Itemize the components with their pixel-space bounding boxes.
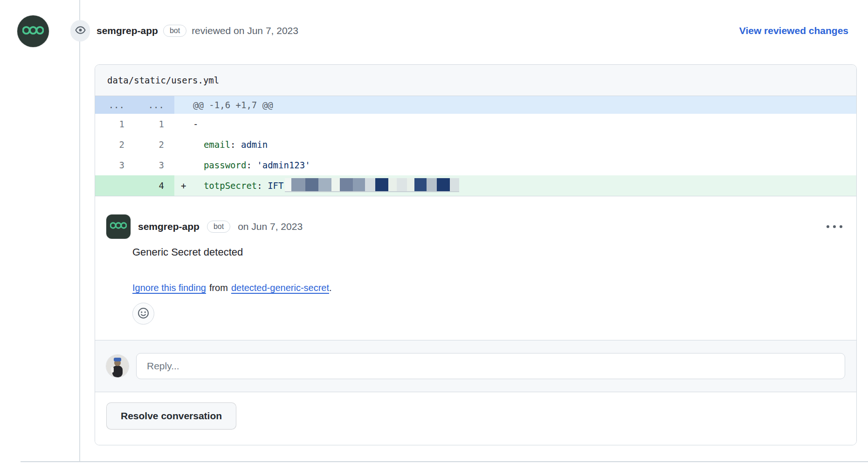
resolve-conversation-button[interactable]: Resolve conversation (106, 402, 236, 429)
comment-author-link[interactable]: semgrep-app (138, 221, 200, 232)
diff-code-cell: email: admin (174, 134, 856, 155)
semgrep-rings-logo (110, 221, 127, 232)
user-photo-avatar (106, 371, 129, 377)
reply-input[interactable] (136, 353, 845, 379)
diff-new-line-number[interactable]: 4 (135, 175, 174, 196)
file-path-link[interactable]: data/static/users.yml (107, 75, 219, 85)
add-reaction-button[interactable] (132, 303, 154, 325)
reply-bar (95, 340, 856, 392)
eye-icon (75, 25, 86, 37)
diff-old-line-number[interactable]: 1 (95, 114, 135, 134)
smiley-icon (138, 307, 149, 320)
diff-table: ... ... @@ -1,6 +1,7 @@ 11-22 email: adm… (95, 96, 856, 196)
comment-options-button[interactable] (826, 221, 843, 233)
review-thread-card: data/static/users.yml ... ... @@ -1,6 +1… (95, 64, 857, 445)
diff-old-line-number[interactable]: 3 (95, 155, 135, 175)
comment-body-text: Generic Secret detected (132, 246, 843, 258)
review-author-link[interactable]: semgrep-app (96, 25, 158, 36)
diff-hunk-row: ... ... @@ -1,6 +1,7 @@ (95, 96, 856, 114)
from-text: from (209, 283, 228, 293)
diff-code-cell: password: 'admin123' (174, 155, 856, 175)
resolve-area: Resolve conversation (95, 392, 856, 445)
semgrep-rings-logo (22, 25, 44, 38)
diff-code-cell: + totpSecret: IFT (174, 175, 856, 196)
redacted-secret-blur (285, 178, 459, 192)
comment-author-avatar[interactable] (106, 215, 131, 239)
period-text: . (329, 283, 332, 293)
review-header: semgrep-app bot reviewed on Jun 7, 2023 (96, 19, 298, 43)
diff-old-line-number[interactable]: 2 (95, 134, 135, 155)
reviewed-timeline-badge (70, 20, 90, 42)
review-author-avatar[interactable] (17, 15, 49, 47)
diff-rows: 11-22 email: admin33 password: 'admin123… (95, 114, 856, 196)
comment-actions-line: Ignore this findingfromdetected-generic-… (132, 283, 843, 293)
bot-badge: bot (163, 25, 186, 37)
diff-code-cell: - (174, 114, 856, 134)
view-reviewed-changes-link[interactable]: View reviewed changes (739, 19, 848, 43)
review-action-text: reviewed on Jun 7, 2023 (192, 25, 298, 36)
current-user-avatar (106, 355, 129, 377)
comment-section: semgrep-app bot on Jun 7, 2023 Generic S… (95, 196, 856, 340)
timeline-line (79, 0, 80, 461)
diff-row: 33 password: 'admin123' (95, 155, 856, 175)
diff-new-line-number[interactable]: 2 (135, 134, 174, 155)
hunk-old-marker: ... (95, 96, 135, 114)
comment-timestamp-link[interactable]: on Jun 7, 2023 (238, 221, 303, 232)
diff-new-line-number[interactable]: 3 (135, 155, 174, 175)
bot-badge: bot (207, 221, 230, 233)
rule-link[interactable]: detected-generic-secret (231, 283, 329, 293)
section-divider (21, 461, 868, 462)
diff-new-line-number[interactable]: 1 (135, 114, 174, 134)
diff-row: 22 email: admin (95, 134, 856, 155)
comment-header: semgrep-app bot on Jun 7, 2023 (106, 215, 843, 239)
hunk-new-marker: ... (135, 96, 174, 114)
diff-old-line-number[interactable] (95, 175, 135, 196)
file-header: data/static/users.yml (95, 65, 856, 96)
diff-row: 11- (95, 114, 856, 134)
kebab-horizontal-icon (827, 225, 829, 228)
diff-addition-sign: + (181, 175, 186, 196)
ignore-finding-link[interactable]: Ignore this finding (132, 283, 206, 293)
diff-row: 4+ totpSecret: IFT (95, 175, 856, 196)
hunk-header: @@ -1,6 +1,7 @@ (174, 96, 856, 114)
